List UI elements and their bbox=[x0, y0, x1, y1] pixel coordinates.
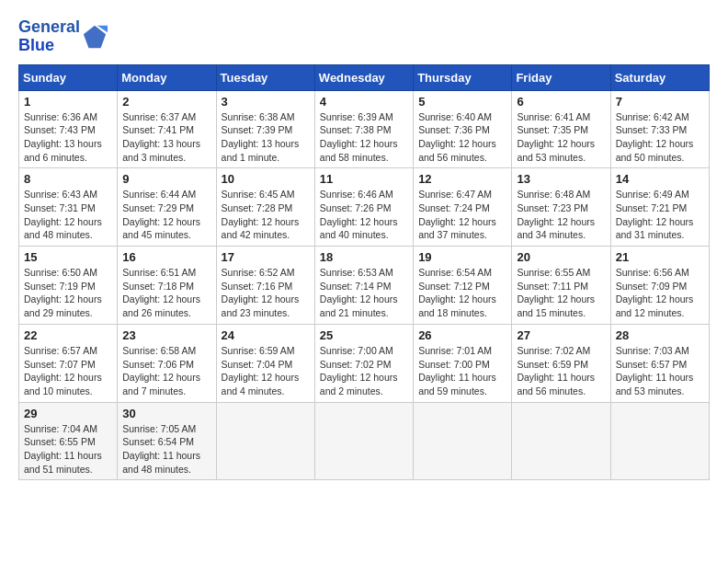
calendar-cell: 23 Sunrise: 6:58 AM Sunset: 7:06 PM Dayl… bbox=[118, 324, 216, 402]
day-info: Sunrise: 6:51 AM Sunset: 7:18 PM Dayligh… bbox=[122, 266, 210, 320]
calendar-week-row: 22 Sunrise: 6:57 AM Sunset: 7:07 PM Dayl… bbox=[19, 324, 710, 402]
day-info: Sunrise: 6:58 AM Sunset: 7:06 PM Dayligh… bbox=[122, 344, 210, 398]
day-info: Sunrise: 6:53 AM Sunset: 7:14 PM Dayligh… bbox=[320, 266, 408, 320]
calendar-cell: 26 Sunrise: 7:01 AM Sunset: 7:00 PM Dayl… bbox=[414, 324, 512, 402]
calendar-header-row: SundayMondayTuesdayWednesdayThursdayFrid… bbox=[19, 64, 710, 90]
day-info: Sunrise: 7:02 AM Sunset: 6:59 PM Dayligh… bbox=[517, 344, 605, 398]
day-info: Sunrise: 6:44 AM Sunset: 7:29 PM Dayligh… bbox=[122, 188, 210, 242]
weekday-header-friday: Friday bbox=[512, 64, 610, 90]
weekday-header-wednesday: Wednesday bbox=[314, 64, 413, 90]
calendar-table: SundayMondayTuesdayWednesdayThursdayFrid… bbox=[18, 64, 710, 481]
logo-icon bbox=[82, 24, 108, 50]
day-number: 3 bbox=[222, 95, 310, 109]
calendar-cell: 30 Sunrise: 7:05 AM Sunset: 6:54 PM Dayl… bbox=[118, 402, 216, 480]
day-number: 29 bbox=[24, 407, 112, 420]
day-info: Sunrise: 6:54 AM Sunset: 7:12 PM Dayligh… bbox=[418, 266, 506, 320]
calendar-cell: 19 Sunrise: 6:54 AM Sunset: 7:12 PM Dayl… bbox=[414, 247, 512, 325]
page-header: General Blue bbox=[18, 18, 710, 55]
calendar-week-row: 15 Sunrise: 6:50 AM Sunset: 7:19 PM Dayl… bbox=[19, 247, 710, 325]
weekday-header-monday: Monday bbox=[118, 64, 216, 90]
calendar-cell bbox=[216, 402, 314, 480]
day-number: 8 bbox=[24, 172, 112, 186]
calendar-cell: 24 Sunrise: 6:59 AM Sunset: 7:04 PM Dayl… bbox=[216, 324, 314, 402]
day-info: Sunrise: 6:45 AM Sunset: 7:28 PM Dayligh… bbox=[222, 188, 310, 242]
calendar-cell: 15 Sunrise: 6:50 AM Sunset: 7:19 PM Dayl… bbox=[19, 247, 118, 325]
day-info: Sunrise: 7:03 AM Sunset: 6:57 PM Dayligh… bbox=[616, 344, 704, 398]
calendar-cell: 2 Sunrise: 6:37 AM Sunset: 7:41 PM Dayli… bbox=[118, 90, 216, 168]
day-info: Sunrise: 6:36 AM Sunset: 7:43 PM Dayligh… bbox=[24, 110, 112, 165]
day-number: 25 bbox=[320, 328, 408, 342]
weekday-header-tuesday: Tuesday bbox=[216, 64, 314, 90]
calendar-cell: 9 Sunrise: 6:44 AM Sunset: 7:29 PM Dayli… bbox=[118, 168, 216, 247]
day-info: Sunrise: 6:38 AM Sunset: 7:39 PM Dayligh… bbox=[222, 110, 310, 165]
calendar-cell: 1 Sunrise: 6:36 AM Sunset: 7:43 PM Dayli… bbox=[19, 90, 118, 168]
calendar-cell bbox=[414, 402, 512, 480]
day-info: Sunrise: 7:05 AM Sunset: 6:54 PM Dayligh… bbox=[122, 422, 210, 477]
logo-text: General Blue bbox=[18, 18, 80, 55]
day-number: 4 bbox=[320, 95, 408, 109]
calendar-cell: 14 Sunrise: 6:49 AM Sunset: 7:21 PM Dayl… bbox=[610, 168, 709, 247]
calendar-cell: 13 Sunrise: 6:48 AM Sunset: 7:23 PM Dayl… bbox=[512, 168, 610, 247]
calendar-cell: 4 Sunrise: 6:39 AM Sunset: 7:38 PM Dayli… bbox=[314, 90, 413, 168]
day-info: Sunrise: 6:55 AM Sunset: 7:11 PM Dayligh… bbox=[517, 266, 605, 320]
day-number: 1 bbox=[24, 95, 112, 109]
calendar-cell: 5 Sunrise: 6:40 AM Sunset: 7:36 PM Dayli… bbox=[414, 90, 512, 168]
calendar-cell: 20 Sunrise: 6:55 AM Sunset: 7:11 PM Dayl… bbox=[512, 247, 610, 325]
weekday-header-sunday: Sunday bbox=[19, 64, 118, 90]
day-number: 26 bbox=[418, 328, 506, 342]
calendar-cell: 16 Sunrise: 6:51 AM Sunset: 7:18 PM Dayl… bbox=[118, 247, 216, 325]
calendar-cell: 7 Sunrise: 6:42 AM Sunset: 7:33 PM Dayli… bbox=[610, 90, 709, 168]
weekday-header-saturday: Saturday bbox=[610, 64, 709, 90]
day-info: Sunrise: 6:59 AM Sunset: 7:04 PM Dayligh… bbox=[222, 344, 310, 398]
day-info: Sunrise: 6:57 AM Sunset: 7:07 PM Dayligh… bbox=[24, 344, 112, 398]
day-number: 7 bbox=[616, 95, 704, 109]
day-number: 6 bbox=[517, 95, 605, 109]
calendar-cell bbox=[610, 402, 709, 480]
day-number: 17 bbox=[222, 250, 310, 264]
day-info: Sunrise: 6:50 AM Sunset: 7:19 PM Dayligh… bbox=[24, 266, 112, 320]
calendar-cell: 10 Sunrise: 6:45 AM Sunset: 7:28 PM Dayl… bbox=[216, 168, 314, 247]
calendar-cell: 18 Sunrise: 6:53 AM Sunset: 7:14 PM Dayl… bbox=[314, 247, 413, 325]
day-info: Sunrise: 6:46 AM Sunset: 7:26 PM Dayligh… bbox=[320, 188, 408, 242]
day-info: Sunrise: 6:52 AM Sunset: 7:16 PM Dayligh… bbox=[222, 266, 310, 320]
day-number: 11 bbox=[320, 172, 408, 186]
day-info: Sunrise: 6:40 AM Sunset: 7:36 PM Dayligh… bbox=[418, 110, 506, 165]
calendar-cell: 6 Sunrise: 6:41 AM Sunset: 7:35 PM Dayli… bbox=[512, 90, 610, 168]
day-info: Sunrise: 6:41 AM Sunset: 7:35 PM Dayligh… bbox=[517, 110, 605, 165]
day-info: Sunrise: 7:00 AM Sunset: 7:02 PM Dayligh… bbox=[320, 344, 408, 398]
day-info: Sunrise: 6:42 AM Sunset: 7:33 PM Dayligh… bbox=[616, 110, 704, 165]
day-info: Sunrise: 6:37 AM Sunset: 7:41 PM Dayligh… bbox=[122, 110, 210, 165]
calendar-cell: 25 Sunrise: 7:00 AM Sunset: 7:02 PM Dayl… bbox=[314, 324, 413, 402]
calendar-cell: 22 Sunrise: 6:57 AM Sunset: 7:07 PM Dayl… bbox=[19, 324, 118, 402]
day-info: Sunrise: 6:48 AM Sunset: 7:23 PM Dayligh… bbox=[517, 188, 605, 242]
day-number: 5 bbox=[418, 95, 506, 109]
day-number: 16 bbox=[122, 250, 210, 264]
day-number: 24 bbox=[222, 328, 310, 342]
day-number: 13 bbox=[517, 172, 605, 186]
day-info: Sunrise: 6:43 AM Sunset: 7:31 PM Dayligh… bbox=[24, 188, 112, 242]
calendar-cell: 17 Sunrise: 6:52 AM Sunset: 7:16 PM Dayl… bbox=[216, 247, 314, 325]
calendar-cell bbox=[314, 402, 413, 480]
calendar-week-row: 8 Sunrise: 6:43 AM Sunset: 7:31 PM Dayli… bbox=[19, 168, 710, 247]
day-number: 27 bbox=[517, 328, 605, 342]
calendar-cell: 21 Sunrise: 6:56 AM Sunset: 7:09 PM Dayl… bbox=[610, 247, 709, 325]
day-number: 23 bbox=[122, 328, 210, 342]
day-number: 30 bbox=[122, 407, 210, 420]
day-number: 2 bbox=[122, 95, 210, 109]
day-number: 18 bbox=[320, 250, 408, 264]
day-number: 20 bbox=[517, 250, 605, 264]
day-number: 14 bbox=[616, 172, 704, 186]
calendar-cell: 3 Sunrise: 6:38 AM Sunset: 7:39 PM Dayli… bbox=[216, 90, 314, 168]
calendar-cell: 29 Sunrise: 7:04 AM Sunset: 6:55 PM Dayl… bbox=[19, 402, 118, 480]
day-info: Sunrise: 7:01 AM Sunset: 7:00 PM Dayligh… bbox=[418, 344, 506, 398]
day-info: Sunrise: 6:39 AM Sunset: 7:38 PM Dayligh… bbox=[320, 110, 408, 165]
calendar-cell: 28 Sunrise: 7:03 AM Sunset: 6:57 PM Dayl… bbox=[610, 324, 709, 402]
day-info: Sunrise: 6:49 AM Sunset: 7:21 PM Dayligh… bbox=[616, 188, 704, 242]
calendar-week-row: 1 Sunrise: 6:36 AM Sunset: 7:43 PM Dayli… bbox=[19, 90, 710, 168]
day-number: 21 bbox=[616, 250, 704, 264]
logo: General Blue bbox=[18, 18, 108, 55]
calendar-cell: 11 Sunrise: 6:46 AM Sunset: 7:26 PM Dayl… bbox=[314, 168, 413, 247]
day-number: 9 bbox=[122, 172, 210, 186]
day-info: Sunrise: 6:56 AM Sunset: 7:09 PM Dayligh… bbox=[616, 266, 704, 320]
day-number: 19 bbox=[418, 250, 506, 264]
